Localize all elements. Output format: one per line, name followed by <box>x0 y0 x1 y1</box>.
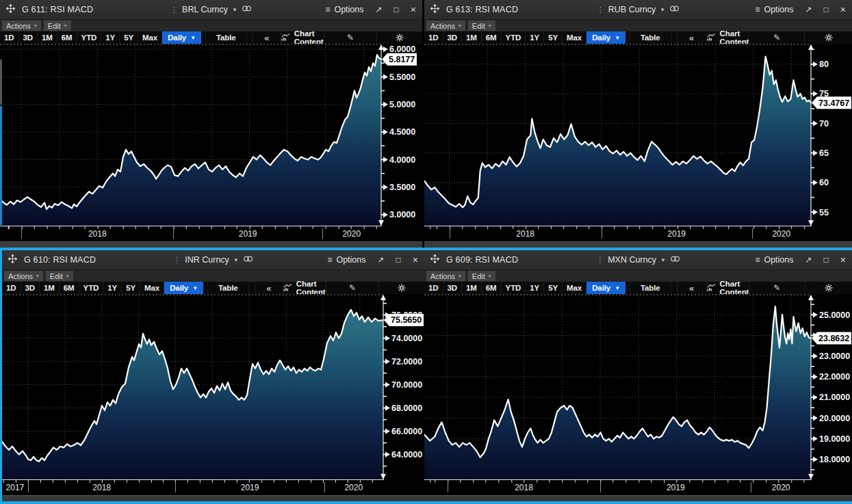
table-button[interactable]: Table <box>205 31 247 44</box>
settings-gear-icon[interactable] <box>804 31 852 44</box>
range-button-5y[interactable]: 5Y <box>120 31 138 44</box>
range-button-1d[interactable]: 1D <box>2 282 21 294</box>
popout-icon[interactable]: ↗ <box>805 255 812 265</box>
edit-menu[interactable]: Edit ▾ <box>468 271 495 281</box>
range-button-max[interactable]: Max <box>563 282 586 294</box>
chart-content-button[interactable]: Chart Content <box>706 282 749 294</box>
settings-gear-icon[interactable] <box>376 31 422 44</box>
actions-menu[interactable]: Actions ▾ <box>426 21 465 31</box>
window-titlebar[interactable]: G 613: RSI MACD ⋮ RUB Curncy ▼ ≡ Options… <box>424 0 852 20</box>
range-button-6m[interactable]: 6M <box>57 31 77 44</box>
security-name[interactable]: MXN Curncy <box>608 255 656 265</box>
price-chart[interactable]: 3.00003.50004.00004.50005.00005.50006.00… <box>0 44 422 226</box>
interval-select[interactable]: Daily ▼ <box>162 31 201 44</box>
range-button-1y[interactable]: 1Y <box>526 31 544 44</box>
maximize-icon[interactable]: □ <box>396 255 401 265</box>
range-button-1m[interactable]: 1M <box>38 31 57 44</box>
range-button-3d[interactable]: 3D <box>19 31 38 44</box>
close-icon[interactable]: × <box>840 254 846 265</box>
annotate-button[interactable]: ✎ <box>324 31 377 44</box>
options-button[interactable]: ≡ Options <box>755 5 793 14</box>
collapse-toolbar-button[interactable]: « <box>253 31 281 44</box>
range-button-1d[interactable]: 1D <box>424 31 443 44</box>
security-dropdown-icon[interactable]: ▼ <box>232 7 237 13</box>
range-button-1y[interactable]: 1Y <box>101 31 120 44</box>
options-button[interactable]: ≡ Options <box>327 255 365 265</box>
options-button[interactable]: ≡ Options <box>755 255 793 265</box>
range-button-max[interactable]: Max <box>138 31 162 44</box>
link-group-icon[interactable] <box>669 5 680 14</box>
price-chart[interactable]: 64.000066.000068.000070.000072.000074.00… <box>2 294 424 480</box>
table-button[interactable]: Table <box>207 282 249 294</box>
window-titlebar[interactable]: G 611: RSI MACD ⋮ BRL Curncy ▼ ≡ Options… <box>0 0 422 20</box>
actions-menu[interactable]: Actions ▾ <box>426 271 465 281</box>
range-button-1y[interactable]: 1Y <box>526 282 544 294</box>
range-button-6m[interactable]: 6M <box>482 282 502 294</box>
annotate-button[interactable]: ✎ <box>326 282 379 294</box>
range-button-1d[interactable]: 1D <box>0 31 19 44</box>
range-button-1m[interactable]: 1M <box>40 282 60 294</box>
range-button-max[interactable]: Max <box>140 282 164 294</box>
range-button-1y[interactable]: 1Y <box>103 282 122 294</box>
annotate-button[interactable]: ✎ <box>749 282 804 294</box>
actions-menu[interactable]: Actions ▾ <box>4 271 43 281</box>
maximize-icon[interactable]: □ <box>394 5 399 14</box>
close-icon[interactable]: × <box>840 4 846 15</box>
maximize-icon[interactable]: □ <box>824 5 829 14</box>
range-button-5y[interactable]: 5Y <box>122 282 140 294</box>
collapse-toolbar-button[interactable]: « <box>677 282 706 294</box>
chart-content-button[interactable]: Chart Content <box>281 31 324 44</box>
popout-icon[interactable]: ↗ <box>805 5 812 14</box>
price-chart[interactable]: 55606570758073.4767 <box>424 44 852 226</box>
window-titlebar[interactable]: G 609: RSI MACD ⋮ MXN Curncy ▼ ≡ Options… <box>424 250 852 270</box>
range-button-5y[interactable]: 5Y <box>544 31 563 44</box>
range-button-max[interactable]: Max <box>563 31 586 44</box>
popout-icon[interactable]: ↗ <box>376 5 383 14</box>
edit-menu[interactable]: Edit ▾ <box>46 271 73 281</box>
interval-select[interactable]: Daily ▼ <box>164 282 203 294</box>
range-button-6m[interactable]: 6M <box>482 31 502 44</box>
range-button-ytd[interactable]: YTD <box>502 282 526 294</box>
popout-icon[interactable]: ↗ <box>378 255 385 265</box>
chart-content-button[interactable]: Chart Content <box>283 282 326 294</box>
edit-menu[interactable]: Edit ▾ <box>44 21 71 31</box>
move-window-icon[interactable] <box>430 4 439 15</box>
security-name[interactable]: BRL Curncy <box>182 5 228 14</box>
chart-content-button[interactable]: Chart Content <box>706 31 749 44</box>
range-button-5y[interactable]: 5Y <box>544 282 563 294</box>
move-window-icon[interactable] <box>8 254 17 265</box>
table-button[interactable]: Table <box>630 282 671 294</box>
security-dropdown-icon[interactable]: ▼ <box>660 7 665 13</box>
security-menu-icon[interactable]: ⋮ <box>597 5 604 14</box>
range-button-ytd[interactable]: YTD <box>502 31 526 44</box>
price-chart[interactable]: 18.000019.000020.000021.000022.000023.00… <box>424 294 852 480</box>
close-icon[interactable]: × <box>413 254 418 265</box>
range-button-1d[interactable]: 1D <box>424 282 443 294</box>
range-button-ytd[interactable]: YTD <box>79 282 104 294</box>
security-name[interactable]: INR Curncy <box>185 255 229 265</box>
security-menu-icon[interactable]: ⋮ <box>173 256 181 265</box>
move-window-icon[interactable] <box>6 4 15 15</box>
move-window-icon[interactable] <box>430 254 439 265</box>
security-dropdown-icon[interactable]: ▼ <box>233 257 239 263</box>
security-name[interactable]: RUB Curncy <box>608 5 656 14</box>
range-button-ytd[interactable]: YTD <box>77 31 102 44</box>
close-icon[interactable]: × <box>411 4 416 15</box>
range-button-3d[interactable]: 3D <box>443 31 463 44</box>
collapse-toolbar-button[interactable]: « <box>255 282 283 294</box>
range-button-1m[interactable]: 1M <box>462 31 482 44</box>
security-menu-icon[interactable]: ⋮ <box>170 5 178 14</box>
link-group-icon[interactable] <box>670 255 680 265</box>
annotate-button[interactable]: ✎ <box>749 31 804 44</box>
link-group-icon[interactable] <box>242 5 252 14</box>
range-button-3d[interactable]: 3D <box>443 282 463 294</box>
range-button-6m[interactable]: 6M <box>60 282 79 294</box>
security-menu-icon[interactable]: ⋮ <box>596 256 604 265</box>
options-button[interactable]: ≡ Options <box>325 5 363 14</box>
window-titlebar[interactable]: G 610: RSI MACD ⋮ INR Curncy ▼ ≡ Options… <box>2 250 424 270</box>
settings-gear-icon[interactable] <box>804 282 852 294</box>
range-button-3d[interactable]: 3D <box>21 282 40 294</box>
edit-menu[interactable]: Edit ▾ <box>468 21 495 31</box>
settings-gear-icon[interactable] <box>378 282 424 294</box>
interval-select[interactable]: Daily ▼ <box>586 31 625 44</box>
